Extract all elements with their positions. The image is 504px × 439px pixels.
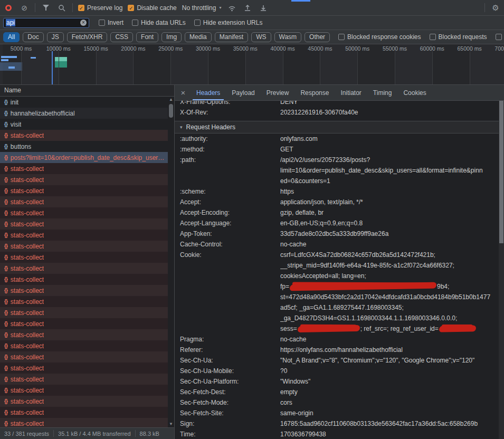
request-row[interactable]: {}stats-collect — [0, 218, 174, 230]
tab-headers[interactable]: Headers — [191, 85, 226, 100]
checkbox-checked-icon: ✓ — [128, 5, 134, 11]
checkbox-checked-icon: ✓ — [78, 5, 84, 11]
request-row[interactable]: {}posts?limit=10&order=publish_date_desc… — [0, 152, 174, 163]
tab-initiator[interactable]: Initiator — [335, 85, 367, 100]
checkbox-hide-extension-urls[interactable]: Hide extension URLs — [194, 19, 263, 26]
checkbox-blocked-response-cookies[interactable]: Blocked response cookies — [338, 33, 421, 41]
redaction-scribble — [298, 325, 360, 332]
request-row[interactable]: {}stats-collect — [0, 407, 174, 418]
checkbox-blocked-requests[interactable]: Blocked requests — [430, 33, 487, 41]
checkbox-invert[interactable]: Invert — [99, 19, 123, 26]
request-row[interactable]: {}stats-collect — [0, 362, 174, 374]
request-row[interactable]: {}init — [0, 97, 174, 108]
filter-chip-css[interactable]: CSS — [110, 32, 133, 42]
request-row[interactable]: {}stats-collect — [0, 385, 174, 396]
request-row[interactable]: {}stats-collect — [0, 329, 174, 340]
filter-chip-ws[interactable]: WS — [251, 32, 271, 42]
throttling-dropdown[interactable]: No throttling ▾ — [182, 4, 222, 12]
request-row[interactable]: {}stats-collect — [0, 196, 174, 207]
header-name: :scheme: — [180, 186, 280, 197]
tab-preview[interactable]: Preview — [261, 85, 295, 100]
filter-chip-other[interactable]: Other — [305, 32, 330, 42]
tab-response[interactable]: Response — [294, 85, 335, 100]
close-details-button[interactable]: × — [176, 85, 191, 100]
request-row[interactable]: {}hannahelizabethofficial — [0, 108, 174, 119]
network-filter-input[interactable]: api × — [3, 18, 89, 28]
request-row[interactable]: {}stats-collect — [0, 285, 174, 296]
request-row[interactable]: {}buttons — [0, 141, 174, 152]
settings-button[interactable]: ⚙ — [490, 3, 501, 13]
clear-filter-icon[interactable]: × — [80, 20, 87, 26]
filter-chip-manifest[interactable]: Manifest — [215, 32, 248, 42]
scrollbar-thumb[interactable] — [499, 101, 503, 243]
request-row[interactable]: {}stats-collect — [0, 207, 174, 218]
braces-icon: {} — [4, 321, 7, 327]
filter-chip-img[interactable]: Img — [161, 32, 182, 42]
header-value: empty — [280, 387, 504, 397]
request-row[interactable]: {}stats-collect — [0, 307, 174, 318]
request-row[interactable]: {}stats-collect — [0, 318, 174, 329]
scrollbar-thumb[interactable] — [169, 104, 173, 118]
tab-cookies[interactable]: Cookies — [397, 85, 432, 100]
request-row[interactable]: {}stats-collect — [0, 241, 174, 252]
request-row[interactable]: {}stats-collect — [0, 418, 174, 427]
filter-toggle-button[interactable] — [41, 3, 51, 13]
request-row[interactable]: {}stats-collect — [0, 252, 174, 263]
timeline-gridline — [96, 51, 97, 84]
request-row[interactable]: {}stats-collect — [0, 396, 174, 407]
request-row[interactable]: {}stats-collect — [0, 174, 174, 185]
request-row[interactable]: {}stats-collect — [0, 340, 174, 351]
export-har-button[interactable] — [258, 3, 269, 13]
filter-chip-all[interactable]: All — [3, 32, 20, 42]
request-name: stats-collect — [11, 342, 44, 350]
braces-icon: {} — [4, 132, 7, 138]
toolbar-right-group: ⚙ — [484, 3, 501, 13]
timeline-gridline — [395, 51, 395, 84]
requests-scrollbar[interactable]: ▲ ▼ — [168, 97, 174, 427]
filter-chip-fetch-xhr[interactable]: Fetch/XHR — [67, 32, 108, 42]
filter-chip-media[interactable]: Media — [185, 32, 212, 42]
checkbox-3rd-party-requests[interactable]: 3rd-party requests — [496, 33, 504, 41]
request-row[interactable]: {}stats-collect — [0, 351, 174, 362]
request-row[interactable]: {}stats-collect — [0, 374, 174, 385]
clear-requests-button[interactable]: ⊘ — [19, 3, 30, 13]
status-text: 88.3 kB — [140, 431, 159, 437]
filter-text-selected: api — [6, 19, 15, 26]
name-column-header[interactable]: Name — [0, 85, 174, 97]
braces-icon: {} — [4, 221, 7, 227]
disable-cache-checkbox[interactable]: ✓ Disable cache — [128, 4, 176, 12]
request-row[interactable]: {}stats-collect — [0, 263, 174, 274]
request-row[interactable]: {}stats-collect — [0, 296, 174, 307]
request-row[interactable]: {}stats-collect — [0, 130, 174, 141]
tab-timing[interactable]: Timing — [367, 85, 398, 100]
filter-chip-font[interactable]: Font — [136, 32, 158, 42]
header-name: Sec-Ch-Ua-Platform: — [180, 376, 280, 387]
preserve-log-checkbox[interactable]: ✓ Preserve log — [78, 4, 122, 12]
import-har-button[interactable] — [242, 3, 253, 13]
tab-payload[interactable]: Payload — [226, 85, 260, 100]
header-value: ?0 — [280, 366, 504, 376]
checkbox-hide-data-urls[interactable]: Hide data URLs — [132, 19, 186, 26]
timeline-overview[interactable]: 5000 ms10000 ms15000 ms20000 ms25000 ms3… — [0, 44, 504, 85]
filter-chip-js[interactable]: JS — [47, 32, 64, 42]
request-row[interactable]: {}stats-collect — [0, 274, 174, 285]
search-button[interactable] — [56, 3, 67, 13]
request-headers-section[interactable]: ▾ Request Headers — [175, 121, 504, 133]
timeline-gridline — [59, 51, 59, 84]
scroll-up-arrow[interactable]: ▲ — [168, 97, 174, 103]
filter-chip-doc[interactable]: Doc — [23, 32, 43, 42]
network-conditions-button[interactable] — [226, 3, 237, 13]
request-row[interactable]: {}stats-collect — [0, 230, 174, 241]
record-button[interactable] — [3, 3, 14, 13]
checkbox-label: Hide data URLs — [141, 19, 186, 26]
request-row[interactable]: {}stats-collect — [0, 185, 174, 196]
braces-icon: {} — [4, 177, 7, 183]
timeline-tick-label: 50000 ms — [345, 45, 369, 52]
scroll-down-arrow[interactable]: ▼ — [168, 421, 174, 427]
redaction-scribble — [439, 325, 476, 332]
details-scrollbar[interactable] — [499, 101, 504, 439]
network-panel: ⊘ ✓ Preserve log ✓ Disable cache No thro… — [0, 0, 504, 439]
request-row[interactable]: {}visit — [0, 119, 174, 130]
request-row[interactable]: {}stats-collect — [0, 163, 174, 174]
filter-chip-wasm[interactable]: Wasm — [274, 32, 302, 42]
